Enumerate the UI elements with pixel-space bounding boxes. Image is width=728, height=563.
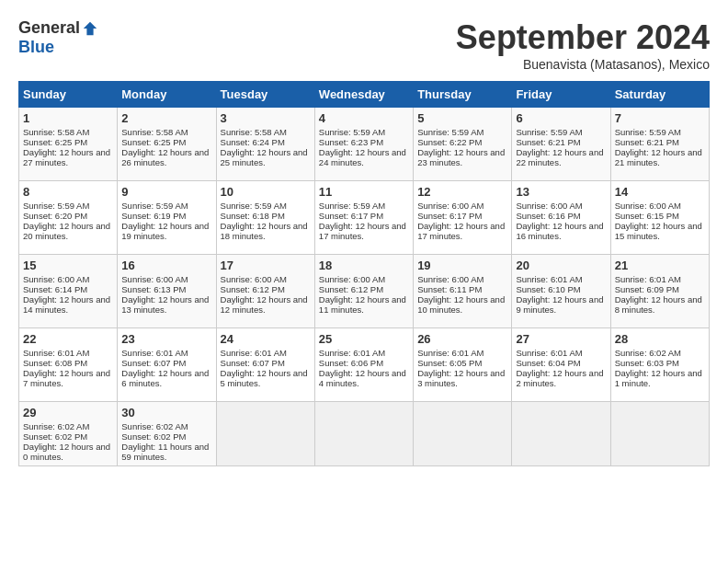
- calendar-body: 1Sunrise: 5:58 AMSunset: 6:25 PMDaylight…: [19, 108, 710, 466]
- day-info: Daylight: 12 hours and 7 minutes.: [23, 368, 113, 388]
- calendar-cell: 21Sunrise: 6:01 AMSunset: 6:09 PMDayligh…: [610, 255, 709, 328]
- day-info: Daylight: 12 hours and 4 minutes.: [319, 368, 409, 388]
- logo: General Blue: [18, 18, 98, 57]
- day-info: Daylight: 12 hours and 9 minutes.: [516, 294, 606, 315]
- calendar-cell: 6Sunrise: 5:59 AMSunset: 6:21 PMDaylight…: [512, 108, 610, 181]
- day-info: Sunrise: 6:01 AM: [319, 348, 409, 358]
- day-info: Sunrise: 6:00 AM: [516, 201, 606, 211]
- day-info: Sunset: 6:20 PM: [23, 211, 113, 221]
- day-number: 3: [221, 111, 311, 125]
- day-info: Sunset: 6:25 PM: [121, 137, 211, 147]
- day-info: Sunset: 6:07 PM: [121, 358, 211, 368]
- calendar-cell: 1Sunrise: 5:58 AMSunset: 6:25 PMDaylight…: [19, 108, 118, 181]
- day-number: 7: [615, 111, 705, 125]
- day-info: Sunset: 6:02 PM: [121, 431, 211, 442]
- day-number: 22: [23, 332, 113, 346]
- day-info: Daylight: 12 hours and 13 minutes.: [121, 294, 211, 315]
- day-info: Sunrise: 6:00 AM: [417, 274, 507, 284]
- day-number: 4: [319, 111, 409, 125]
- logo-icon: [82, 20, 98, 37]
- day-info: Sunrise: 6:02 AM: [121, 421, 211, 431]
- calendar-cell: 25Sunrise: 6:01 AMSunset: 6:06 PMDayligh…: [314, 328, 413, 402]
- day-info: Sunset: 6:14 PM: [23, 284, 113, 294]
- day-info: Sunset: 6:19 PM: [121, 211, 211, 221]
- calendar-cell: 18Sunrise: 6:00 AMSunset: 6:12 PMDayligh…: [314, 255, 413, 328]
- calendar-week-2: 8Sunrise: 5:59 AMSunset: 6:20 PMDaylight…: [19, 181, 710, 255]
- day-info: Daylight: 12 hours and 15 minutes.: [615, 221, 705, 241]
- weekday-header-sunday: Sunday: [19, 82, 118, 108]
- day-number: 26: [417, 332, 507, 346]
- day-info: Sunset: 6:03 PM: [615, 358, 705, 368]
- day-number: 16: [121, 259, 211, 272]
- calendar-cell: 4Sunrise: 5:59 AMSunset: 6:23 PMDaylight…: [314, 108, 413, 181]
- day-info: Daylight: 12 hours and 22 minutes.: [516, 147, 606, 167]
- day-info: Daylight: 12 hours and 23 minutes.: [417, 147, 507, 167]
- day-number: 2: [121, 111, 211, 125]
- day-info: Daylight: 12 hours and 6 minutes.: [121, 368, 211, 388]
- day-info: Sunset: 6:23 PM: [319, 137, 409, 147]
- day-info: Sunset: 6:10 PM: [516, 284, 606, 294]
- day-info: Sunset: 6:02 PM: [23, 431, 113, 442]
- day-info: Sunrise: 6:02 AM: [23, 421, 113, 431]
- day-info: Sunrise: 5:59 AM: [221, 201, 311, 211]
- location-subtitle: Buenavista (Matasanos), Mexico: [456, 57, 710, 72]
- day-info: Daylight: 12 hours and 2 minutes.: [516, 368, 606, 388]
- day-info: Daylight: 12 hours and 20 minutes.: [23, 221, 113, 241]
- day-info: Daylight: 12 hours and 26 minutes.: [121, 147, 211, 167]
- calendar-cell: 11Sunrise: 5:59 AMSunset: 6:17 PMDayligh…: [314, 181, 413, 255]
- day-info: Daylight: 12 hours and 8 minutes.: [615, 294, 705, 315]
- day-number: 9: [121, 185, 211, 199]
- day-info: Daylight: 12 hours and 12 minutes.: [221, 294, 311, 315]
- day-number: 6: [516, 111, 606, 125]
- day-info: Daylight: 12 hours and 25 minutes.: [221, 147, 311, 167]
- calendar-week-4: 22Sunrise: 6:01 AMSunset: 6:08 PMDayligh…: [19, 328, 710, 402]
- day-number: 27: [516, 332, 606, 346]
- day-number: 1: [23, 111, 113, 125]
- day-number: 17: [221, 259, 311, 272]
- day-info: Sunrise: 6:01 AM: [23, 348, 113, 358]
- calendar-table: SundayMondayTuesdayWednesdayThursdayFrid…: [18, 81, 710, 466]
- calendar-cell: [414, 402, 512, 466]
- day-info: Sunset: 6:21 PM: [615, 137, 705, 147]
- day-info: Sunset: 6:21 PM: [516, 137, 606, 147]
- day-info: Sunset: 6:18 PM: [221, 211, 311, 221]
- calendar-cell: 17Sunrise: 6:00 AMSunset: 6:12 PMDayligh…: [216, 255, 314, 328]
- day-info: Sunrise: 5:59 AM: [417, 127, 507, 137]
- calendar-cell: [512, 402, 610, 466]
- calendar-week-3: 15Sunrise: 6:00 AMSunset: 6:14 PMDayligh…: [19, 255, 710, 328]
- day-info: Sunrise: 5:59 AM: [615, 127, 705, 137]
- weekday-header-thursday: Thursday: [414, 82, 512, 108]
- month-title: September 2024: [456, 18, 710, 57]
- calendar-cell: 9Sunrise: 5:59 AMSunset: 6:19 PMDaylight…: [118, 181, 216, 255]
- calendar-week-5: 29Sunrise: 6:02 AMSunset: 6:02 PMDayligh…: [19, 402, 710, 466]
- day-number: 15: [23, 259, 113, 272]
- logo-blue-text: Blue: [18, 38, 54, 57]
- day-info: Sunrise: 6:01 AM: [615, 274, 705, 284]
- page-header: General Blue September 2024 Buenavista (…: [18, 18, 710, 72]
- day-info: Sunset: 6:08 PM: [23, 358, 113, 368]
- weekday-header-wednesday: Wednesday: [314, 82, 413, 108]
- day-number: 14: [615, 185, 705, 199]
- day-info: Sunrise: 5:59 AM: [121, 201, 211, 211]
- day-number: 5: [417, 111, 507, 125]
- day-info: Sunrise: 5:58 AM: [121, 127, 211, 137]
- calendar-cell: 30Sunrise: 6:02 AMSunset: 6:02 PMDayligh…: [118, 402, 216, 466]
- day-number: 21: [615, 259, 705, 272]
- day-number: 29: [23, 406, 113, 419]
- day-info: Daylight: 12 hours and 11 minutes.: [319, 294, 409, 315]
- calendar-cell: [216, 402, 314, 466]
- day-info: Sunrise: 6:01 AM: [417, 348, 507, 358]
- calendar-cell: 3Sunrise: 5:58 AMSunset: 6:24 PMDaylight…: [216, 108, 314, 181]
- weekday-header-saturday: Saturday: [610, 82, 709, 108]
- calendar-cell: 7Sunrise: 5:59 AMSunset: 6:21 PMDaylight…: [610, 108, 709, 181]
- day-info: Sunset: 6:15 PM: [615, 211, 705, 221]
- day-number: 18: [319, 259, 409, 272]
- day-info: Sunrise: 5:58 AM: [221, 127, 311, 137]
- day-number: 25: [319, 332, 409, 346]
- day-number: 12: [417, 185, 507, 199]
- day-info: Daylight: 12 hours and 21 minutes.: [615, 147, 705, 167]
- day-info: Sunrise: 5:59 AM: [319, 201, 409, 211]
- day-info: Daylight: 12 hours and 18 minutes.: [221, 221, 311, 241]
- day-info: Sunset: 6:12 PM: [319, 284, 409, 294]
- day-info: Sunset: 6:04 PM: [516, 358, 606, 368]
